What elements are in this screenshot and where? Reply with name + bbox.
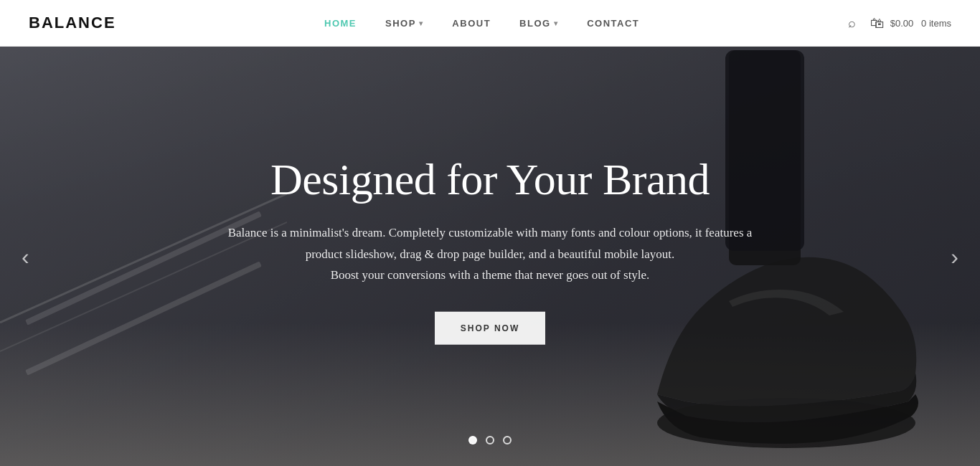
hero-title: Designed for Your Brand: [182, 153, 798, 204]
slider-next-button[interactable]: ›: [943, 236, 966, 277]
hero-subtitle: Balance is a minimalist's dream. Complet…: [182, 222, 798, 286]
search-button[interactable]: ⌕: [848, 16, 856, 31]
hero-section: Designed for Your Brand Balance is a min…: [0, 47, 980, 466]
slider-prev-button[interactable]: ‹: [14, 236, 37, 277]
cart-button[interactable]: 🛍 $0.00 0 items: [870, 15, 951, 32]
nav-blog[interactable]: BLOG ▾: [519, 18, 558, 29]
nav-about[interactable]: ABOUT: [452, 18, 491, 29]
header-right: ⌕ 🛍 $0.00 0 items: [848, 15, 951, 32]
slider-dots: [468, 436, 512, 444]
site-header: BALANCE HOME SHOP ▾ ABOUT BLOG ▾ CONTACT…: [0, 0, 980, 47]
logo[interactable]: BALANCE: [29, 14, 116, 32]
cart-total: $0.00 0 items: [890, 18, 951, 29]
nav-home[interactable]: HOME: [324, 18, 357, 29]
nav-contact[interactable]: CONTACT: [587, 18, 639, 29]
slider-dot-1[interactable]: [468, 436, 477, 444]
shop-chevron-icon: ▾: [419, 19, 424, 27]
main-nav: HOME SHOP ▾ ABOUT BLOG ▾ CONTACT: [324, 18, 639, 29]
slider-dot-3[interactable]: [503, 436, 512, 444]
slider-dot-2[interactable]: [486, 436, 494, 444]
nav-shop[interactable]: SHOP ▾: [385, 18, 423, 29]
blog-chevron-icon: ▾: [554, 19, 559, 27]
cart-icon: 🛍: [870, 15, 885, 32]
hero-content: Designed for Your Brand Balance is a min…: [167, 153, 813, 345]
search-icon: ⌕: [848, 16, 856, 30]
shop-now-button[interactable]: SHOP NOW: [435, 312, 545, 345]
